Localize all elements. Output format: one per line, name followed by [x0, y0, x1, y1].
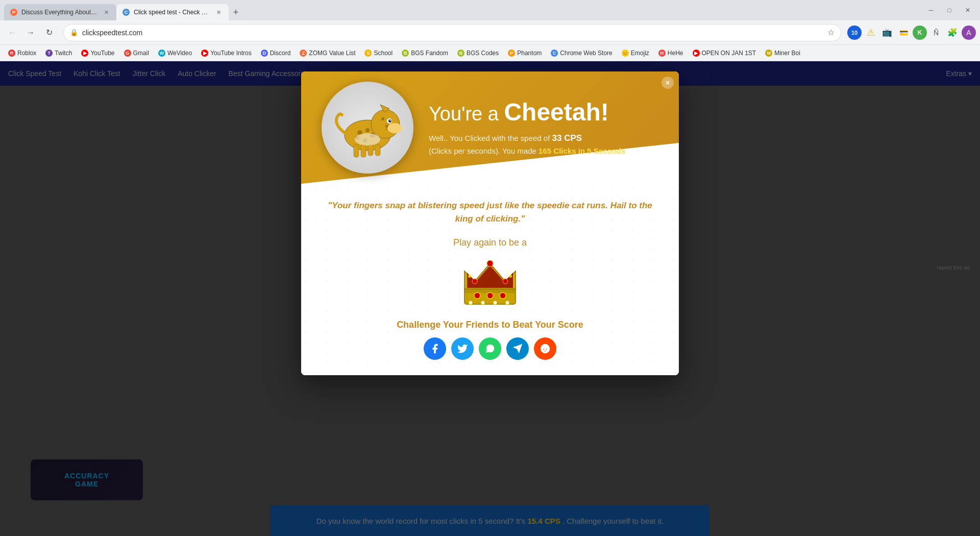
bookmark-gmail-label: Gmail [133, 50, 149, 57]
svg-point-28 [487, 293, 493, 299]
page-content: Click Speed Test Kohi Click Test Jitter … [0, 61, 980, 536]
bookmark-discord[interactable]: D Discord [257, 48, 295, 58]
tab2-favicon: C [122, 9, 130, 16]
bookmark-open[interactable]: ▶ OPEN ON JAN 1ST [689, 48, 761, 58]
ext-bitwarden[interactable]: 10 [847, 26, 862, 40]
svg-rect-18 [375, 144, 380, 156]
bookmark-minerboi-favicon: M [765, 50, 772, 57]
ext-warning[interactable]: ⚠ [864, 26, 878, 40]
bookmark-emojiz[interactable]: 😊 Emojiz [618, 48, 653, 58]
cheetah-image-circle [322, 82, 413, 174]
close-window-button[interactable]: ✕ [960, 2, 976, 18]
bookmark-twitch[interactable]: T Twitch [41, 48, 76, 58]
address-bar[interactable]: 🔒 clickspeedtest.com ☆ [63, 24, 841, 41]
bookmark-discord-label: Discord [270, 50, 291, 57]
share-facebook-button[interactable] [424, 337, 446, 360]
bookmark-zomg[interactable]: Z ZOMG Value List [296, 48, 359, 58]
bookmark-chromewebstore[interactable]: C Chrome Web Store [547, 48, 617, 58]
svg-point-4 [388, 119, 391, 123]
tab-inactive[interactable]: P Discuss Everything About Phanto... ✕ [4, 4, 116, 20]
bookmark-minerboi[interactable]: M Miner Boi [761, 48, 804, 58]
tab-active[interactable]: C Click speed test - Check Clicks pe... … [116, 4, 229, 20]
bookmark-hehe-favicon: H [658, 50, 666, 57]
profile-avatar[interactable]: A [962, 26, 976, 40]
svg-rect-15 [354, 144, 359, 157]
ext-cast[interactable]: 📺 [880, 26, 894, 40]
modal-header: You're a Cheetah! Well.. You Clicked wit… [301, 71, 679, 184]
bookmark-bgsfandom[interactable]: B BGS Fandom [398, 48, 452, 58]
svg-point-26 [503, 279, 508, 284]
bookmark-bgscodes-label: BGS Codes [467, 50, 499, 57]
cps-value: 33 CPS [552, 133, 582, 143]
bookmark-discord-favicon: D [261, 50, 268, 57]
bookmark-roblox-label: Roblox [17, 50, 36, 57]
browser-window: P Discuss Everything About Phanto... ✕ C… [0, 0, 980, 536]
bookmark-phantom-favicon: P [508, 50, 515, 57]
bookmarks-bar: R Roblox T Twitch ▶ YouTube G Gmail W We… [0, 45, 980, 61]
svg-point-19 [355, 133, 380, 145]
bookmark-minerboi-label: Miner Boi [774, 50, 800, 57]
share-twitter-button[interactable] [451, 337, 474, 360]
share-whatsapp-button[interactable] [479, 337, 501, 360]
svg-point-30 [468, 275, 471, 278]
ext-wallet[interactable]: 💳 [896, 26, 911, 40]
reload-button[interactable]: ↻ [41, 25, 57, 41]
bookmark-hehe[interactable]: H HeHe [654, 48, 688, 58]
svg-point-34 [493, 301, 497, 305]
bookmark-school-label: School [374, 50, 393, 57]
forward-button[interactable]: → [22, 25, 39, 41]
svg-rect-16 [361, 144, 366, 157]
bookmark-youtube[interactable]: ▶ YouTube [77, 48, 118, 58]
svg-point-40 [546, 349, 547, 350]
minimize-button[interactable]: ─ [923, 2, 939, 18]
svg-point-2 [387, 123, 402, 133]
bookmark-roblox-favicon: R [8, 50, 15, 57]
bookmark-gmail[interactable]: G Gmail [120, 48, 153, 58]
ext-n[interactable]: Ñ [929, 26, 943, 40]
bookmark-bgsfandom-favicon: B [402, 50, 409, 57]
tab1-close[interactable]: ✕ [102, 8, 110, 16]
back-button[interactable]: ← [4, 25, 20, 41]
bookmark-school[interactable]: S School [360, 48, 397, 58]
share-reddit-button[interactable] [534, 337, 556, 360]
new-tab-button[interactable]: + [229, 5, 243, 19]
bookmark-roblox[interactable]: R Roblox [4, 48, 40, 58]
tab1-favicon: P [10, 9, 17, 16]
modal-close-button[interactable]: × [662, 77, 674, 89]
svg-marker-23 [467, 265, 513, 288]
bookmark-bgscodes[interactable]: B BGS Codes [453, 48, 503, 58]
svg-point-31 [509, 275, 512, 278]
clicks-value: 165 Clicks in 5 Seconds [538, 147, 625, 155]
animal-title: Cheetah! [504, 99, 608, 126]
svg-point-35 [505, 301, 509, 305]
tab-bar: P Discuss Everything About Phanto... ✕ C… [0, 0, 980, 20]
svg-point-29 [500, 293, 506, 299]
share-telegram-button[interactable] [506, 337, 529, 360]
bookmark-ytintros[interactable]: ▶ YouTube Intros [197, 48, 256, 58]
toolbar-extensions: 10 ⚠ 📺 💳 K Ñ 🧩 A [847, 26, 976, 40]
cheetah-svg [329, 89, 406, 166]
bookmark-ytintros-favicon: ▶ [201, 50, 208, 57]
bookmark-wevideo-label: WeVideo [167, 50, 192, 57]
bookmark-zomg-favicon: Z [300, 50, 307, 57]
bookmark-phantom-label: Phantom [517, 50, 542, 57]
quote-text: "Your fingers snap at blistering speed j… [322, 199, 658, 225]
modal-subtitle: Well.. You Clicked with the speed of 33 … [429, 131, 658, 157]
bookmark-wevideo[interactable]: W WeVideo [154, 48, 196, 58]
svg-point-12 [381, 117, 384, 120]
bookmark-star[interactable]: ☆ [827, 28, 835, 37]
tab2-close[interactable]: ✕ [214, 8, 223, 16]
bookmark-twitch-label: Twitch [55, 50, 72, 57]
ext-puzzle[interactable]: 🧩 [945, 26, 960, 40]
bookmark-phantom[interactable]: P Phantom [504, 48, 546, 58]
browser-toolbar: ← → ↻ 🔒 clickspeedtest.com ☆ 10 ⚠ 📺 💳 K … [0, 20, 980, 45]
subtitle-intro: Well.. You Clicked with the speed of [429, 134, 552, 142]
bookmark-gmail-favicon: G [124, 50, 131, 57]
subtitle-mid: (Clicks per seconds). You made [429, 147, 538, 155]
ext-k[interactable]: K [913, 26, 927, 40]
play-again-label: Play again to be a [322, 237, 658, 248]
svg-point-27 [474, 293, 480, 299]
maximize-button[interactable]: □ [941, 2, 958, 18]
svg-point-33 [481, 301, 485, 305]
svg-marker-37 [513, 344, 522, 353]
